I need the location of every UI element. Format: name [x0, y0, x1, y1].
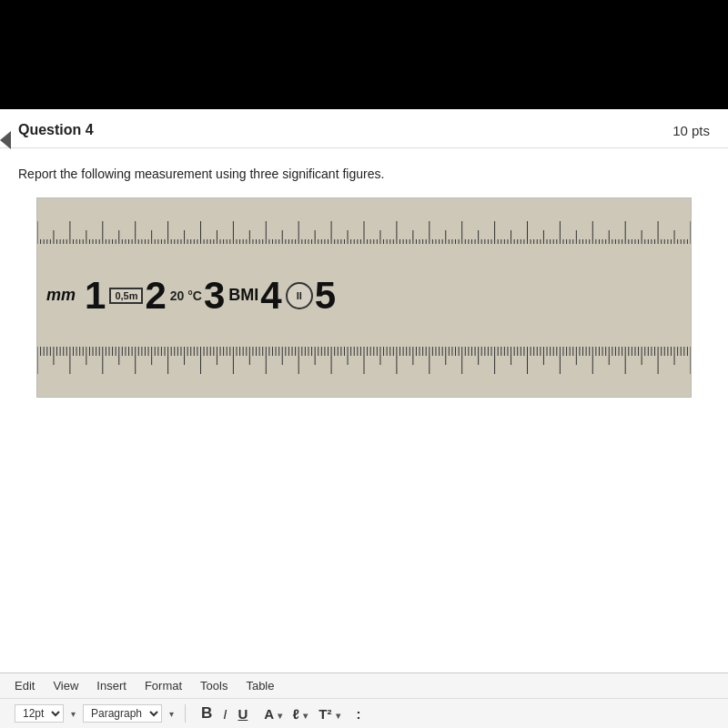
- font-size-select[interactable]: 12pt 10pt 14pt: [15, 704, 64, 723]
- question-instruction: Report the following measurement using t…: [18, 167, 710, 181]
- ruler-overlay: mm 1 0,5m 2 20 °C 3: [37, 198, 691, 397]
- ruler-number-2: 2: [145, 274, 166, 318]
- italic-button[interactable]: I: [218, 704, 231, 723]
- paragraph-chevron: ▾: [169, 709, 174, 719]
- menu-table[interactable]: Table: [246, 679, 274, 693]
- superscript-chevron: ▾: [336, 711, 340, 721]
- black-top-area: [0, 0, 728, 109]
- main-content: Question 4 10 pts Report the following m…: [0, 109, 728, 728]
- question-title: Question 4: [18, 122, 94, 138]
- more-options-button[interactable]: :: [352, 704, 366, 723]
- menu-view[interactable]: View: [53, 679, 78, 693]
- formatting-toolbar: 12pt 10pt 14pt ▾ Paragraph Heading 1 Hea…: [0, 699, 728, 728]
- underline-button[interactable]: U: [233, 704, 252, 723]
- paragraph-select[interactable]: Paragraph Heading 1 Heading 2: [83, 704, 162, 723]
- toolbar-divider-1: [185, 704, 186, 723]
- ruler-mm-label: mm: [46, 286, 76, 305]
- font-color-button[interactable]: A ▾: [259, 704, 286, 723]
- link-chevron: ▾: [303, 711, 308, 721]
- ruler-number-1: 1: [85, 274, 106, 318]
- menu-format[interactable]: Format: [145, 679, 182, 693]
- menu-bar: Edit View Insert Format Tools Table: [0, 673, 728, 699]
- ruler-number-5: 5: [315, 274, 336, 318]
- bottom-ticks: [37, 347, 691, 397]
- superscript-button[interactable]: T² ▾: [314, 704, 344, 723]
- menu-insert[interactable]: Insert: [96, 679, 126, 693]
- link-button[interactable]: ℓ ▾: [288, 704, 313, 723]
- ruler-image: // We'll do this via JS after render: [36, 197, 692, 398]
- left-arrow-icon: [0, 131, 11, 149]
- ruler-bmi-label: BMI: [228, 286, 258, 305]
- question-body: Report the following measurement using t…: [0, 148, 728, 407]
- ruler-circle-ii: II: [286, 282, 313, 309]
- ruler-number-3: 3: [204, 274, 225, 318]
- ruler-number-4: 4: [260, 274, 281, 318]
- question-header: Question 4 10 pts: [0, 109, 728, 148]
- bold-button[interactable]: B: [197, 703, 217, 724]
- ruler-numbers-row: mm 1 0,5m 2 20 °C 3: [37, 244, 691, 347]
- color-buttons: A ▾ ℓ ▾ T² ▾: [259, 704, 344, 723]
- text-format-buttons: B I U: [197, 703, 252, 724]
- bottom-toolbar: Edit View Insert Format Tools Table 12pt…: [0, 672, 728, 728]
- menu-tools[interactable]: Tools: [200, 679, 228, 693]
- top-ticks: [37, 198, 691, 248]
- menu-edit[interactable]: Edit: [15, 679, 35, 693]
- font-color-chevron: ▾: [278, 711, 282, 721]
- question-points: 10 pts: [672, 123, 710, 138]
- ruler-badge-05m: 0,5m: [109, 288, 143, 304]
- ruler-temp-label: 20 °C: [170, 288, 202, 303]
- font-size-chevron: ▾: [71, 709, 76, 719]
